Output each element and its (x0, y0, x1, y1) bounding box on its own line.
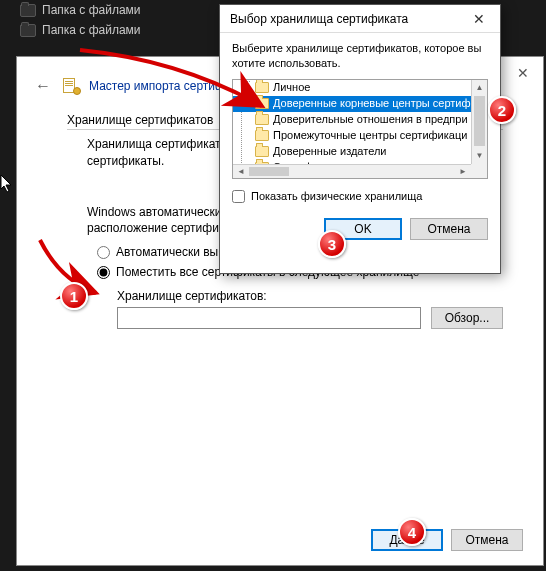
tree-item-trusted-publishers[interactable]: Доверенные издатели (233, 144, 471, 160)
folder-icon (20, 24, 36, 37)
bg-item-label: Папка с файлами (42, 3, 141, 17)
annotation-badge-1: 1 (60, 282, 88, 310)
scroll-thumb[interactable] (249, 167, 289, 176)
show-physical-label: Показать физические хранилища (251, 189, 422, 204)
store-path-input[interactable] (117, 307, 421, 329)
annotation-badge-3: 3 (318, 230, 346, 258)
annotation-badge-4: 4 (398, 518, 426, 546)
show-physical-input[interactable] (232, 190, 245, 203)
cursor-icon (0, 174, 14, 194)
back-arrow-icon[interactable]: ← (31, 77, 55, 95)
dialog-description: Выберите хранилище сертификатов, которое… (232, 41, 488, 71)
scroll-right-icon[interactable]: ► (455, 165, 471, 178)
store-tree[interactable]: Личное Доверенные корневые центры сертиф… (232, 79, 488, 179)
dialog-cancel-button[interactable]: Отмена (410, 218, 488, 240)
tree-item-trusted-root[interactable]: Доверенные корневые центры сертиф (233, 96, 471, 112)
scroll-up-icon[interactable]: ▲ (472, 80, 487, 96)
tree-item-personal[interactable]: Личное (233, 80, 471, 96)
tree-item-enterprise-trust[interactable]: Доверительные отношения в предпри (233, 112, 471, 128)
store-field-label: Хранилище сертификатов: (117, 289, 503, 303)
scroll-down-icon[interactable]: ▼ (472, 148, 487, 164)
tree-item-intermediate[interactable]: Промежуточные центры сертификаци (233, 128, 471, 144)
folder-icon (255, 98, 269, 109)
folder-icon (255, 146, 269, 157)
radio-place-input[interactable] (97, 266, 110, 279)
tree-item-label: Доверительные отношения в предпри (273, 112, 468, 127)
folder-icon (20, 4, 36, 17)
tree-item-label: Промежуточные центры сертификаци (273, 128, 467, 143)
dialog-title: Выбор хранилища сертификата (230, 12, 408, 26)
tree-item-label: Доверенные корневые центры сертиф (273, 96, 471, 111)
folder-icon (255, 130, 269, 141)
close-icon[interactable]: ✕ (464, 8, 494, 30)
folder-icon (255, 82, 269, 93)
browse-button[interactable]: Обзор... (431, 307, 503, 329)
close-icon[interactable]: ✕ (513, 63, 533, 83)
background-file-list: Папка с файлами Папка с файлами (20, 0, 141, 40)
show-physical-checkbox[interactable]: Показать физические хранилища (232, 189, 488, 204)
tree-item-label: Доверенные издатели (273, 144, 386, 159)
tree-item-label: Личное (273, 80, 310, 95)
certificate-icon (63, 77, 81, 95)
cancel-button[interactable]: Отмена (451, 529, 523, 551)
radio-auto-input[interactable] (97, 246, 110, 259)
scroll-thumb[interactable] (474, 96, 485, 146)
scroll-left-icon[interactable]: ◄ (233, 165, 249, 178)
folder-icon (255, 114, 269, 125)
horizontal-scrollbar[interactable]: ◄ ► (233, 164, 471, 178)
annotation-badge-2: 2 (488, 96, 516, 124)
store-select-dialog: Выбор хранилища сертификата ✕ Выберите х… (219, 4, 501, 274)
bg-item-label: Папка с файлами (42, 23, 141, 37)
vertical-scrollbar[interactable]: ▲ ▼ (471, 80, 487, 164)
